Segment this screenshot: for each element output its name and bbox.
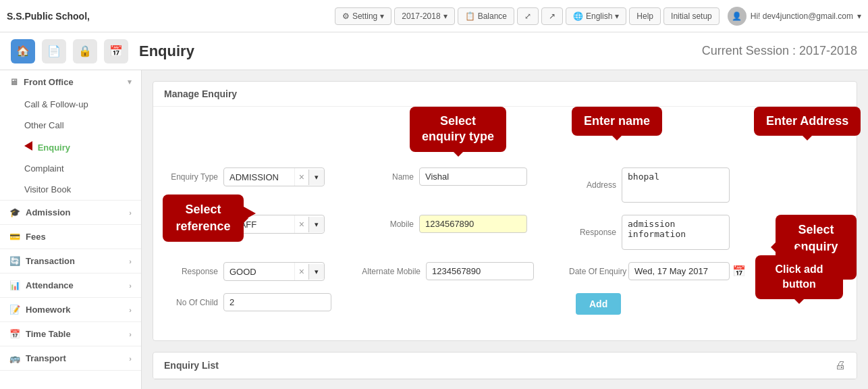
balance-button[interactable]: 📋 Balance xyxy=(458,7,514,25)
chevron-down-icon: ▾ xyxy=(615,11,619,21)
globe-icon: 🌐 xyxy=(573,11,583,21)
alt-mobile-group: Alternate Mobile xyxy=(360,262,534,280)
timetable-section: 📅Time Table › xyxy=(0,322,141,346)
front-office-section: 🖥Front Office ▾ Call & Follow-up Other C… xyxy=(0,70,141,201)
address-input[interactable]: bhopal xyxy=(622,167,730,203)
name-label: Name xyxy=(360,172,414,182)
response-dropdown-button[interactable]: ▾ xyxy=(308,264,324,280)
timetable-icon: 📅 xyxy=(9,329,20,339)
sidebar-item-visitor-book[interactable]: Visitor Book xyxy=(0,179,141,200)
chevron-down-icon: ▾ xyxy=(443,11,447,21)
admission-header[interactable]: 🎓Admission › xyxy=(0,201,141,224)
header-bar: 🏠 📄 🔒 📅 Enquiry Current Session : 2017-2… xyxy=(0,32,868,70)
initial-setup-button[interactable]: Initial setup xyxy=(663,7,720,25)
attendance-header[interactable]: 📊Attendance › xyxy=(0,274,141,297)
address-group: Address bhopal xyxy=(562,167,730,203)
name-input[interactable] xyxy=(419,167,527,186)
clear-enquiry-type-button[interactable]: × xyxy=(294,168,308,186)
layout: 🖥Front Office ▾ Call & Follow-up Other C… xyxy=(0,70,868,389)
year-selector[interactable]: 2017-2018 ▾ xyxy=(394,7,454,25)
fees-header[interactable]: 💳Fees xyxy=(0,225,141,249)
avatar: 👤 xyxy=(728,7,747,26)
front-office-header[interactable]: 🖥Front Office ▾ xyxy=(0,70,141,94)
chevron-icon: › xyxy=(129,282,132,290)
attendance-section: 📊Attendance › xyxy=(0,274,141,298)
fees-section: 💳Fees xyxy=(0,225,141,249)
no-of-child-input[interactable] xyxy=(223,293,331,311)
resize-button[interactable]: ↗ xyxy=(541,7,563,25)
timetable-header[interactable]: 📅Time Table › xyxy=(0,322,141,346)
page-title: Enquiry xyxy=(139,43,702,60)
enquiry-list-header: Enquiry List 🖨 xyxy=(153,353,857,379)
transport-header[interactable]: 🚌Transport › xyxy=(0,346,141,370)
date-input[interactable] xyxy=(628,262,730,280)
response-select-value: GOOD xyxy=(224,263,294,280)
sidebar-item-complaint[interactable]: Complaint xyxy=(0,158,141,179)
enquiry-list-title: Enquiry List xyxy=(164,360,219,371)
add-button[interactable]: Add xyxy=(576,293,621,315)
chevron-down-icon: ▾ xyxy=(857,11,861,21)
chevron-icon: › xyxy=(129,257,132,265)
admission-section: 🎓Admission › xyxy=(0,201,141,225)
fullscreen-button[interactable]: ⤢ xyxy=(517,7,539,25)
transaction-header[interactable]: 🔄Transaction › xyxy=(0,249,141,273)
form-row-1: Enquiry Type ADMISSION × ▾ Name xyxy=(164,167,846,203)
alt-mobile-input[interactable] xyxy=(426,262,534,280)
response-text-input[interactable]: admission information xyxy=(622,215,730,250)
top-nav-items: ⚙ Setting ▾ 2017-2018 ▾ 📋 Balance ⤢ ↗ 🌐 … xyxy=(335,7,861,26)
sidebar-item-other-call[interactable]: Other Call xyxy=(0,115,141,136)
lock-icon-button[interactable]: 🔒 xyxy=(73,39,97,63)
home-icon-button[interactable]: 🏠 xyxy=(11,39,35,63)
no-of-child-label: No Of Child xyxy=(164,298,218,307)
form-card-header: Manage Enquiry xyxy=(153,82,857,107)
response-select[interactable]: GOOD × ▾ xyxy=(223,262,325,281)
brand-name: S.S.Public School, xyxy=(7,11,90,22)
graduation-icon: 🎓 xyxy=(9,207,20,217)
document-icon-button[interactable]: 📄 xyxy=(42,39,66,63)
transport-icon: 🚌 xyxy=(9,353,20,363)
chevron-icon: › xyxy=(129,355,132,363)
balance-icon: 📋 xyxy=(465,11,475,21)
name-group: Name xyxy=(360,167,527,186)
fees-icon: 💳 xyxy=(9,232,20,242)
language-button[interactable]: 🌐 English ▾ xyxy=(566,7,626,25)
enquiry-type-select[interactable]: ADMISSION × ▾ xyxy=(223,167,325,186)
enquiry-type-group: Enquiry Type ADMISSION × ▾ xyxy=(164,167,325,186)
response-select-label: Response xyxy=(164,267,218,276)
red-arrow-left-indicator xyxy=(24,141,32,151)
response-label: Response xyxy=(562,228,616,237)
homework-header[interactable]: 📝Homework › xyxy=(0,298,141,321)
mobile-label: Mobile xyxy=(360,219,414,229)
enquiry-list-card: Enquiry List 🖨 xyxy=(153,352,857,380)
form-row-4: No Of Child Add xyxy=(164,293,846,315)
calendar-picker-icon[interactable]: 📅 xyxy=(732,265,746,278)
chevron-down-icon: ▾ xyxy=(380,11,384,21)
sidebar-item-call-followup[interactable]: Call & Follow-up xyxy=(0,94,141,115)
mobile-input[interactable] xyxy=(419,215,527,233)
clear-response-button[interactable]: × xyxy=(294,263,308,280)
enquiry-type-dropdown-button[interactable]: ▾ xyxy=(308,170,324,185)
enter-address-tooltip: Enter Address xyxy=(754,107,861,136)
setting-button[interactable]: ⚙ Setting ▾ xyxy=(335,7,391,25)
sidebar-item-enquiry[interactable]: Enquiry xyxy=(0,136,141,158)
enquiry-type-value: ADMISSION xyxy=(224,169,294,186)
monitor-icon: 🖥 xyxy=(9,77,18,87)
calendar-icon-button[interactable]: 📅 xyxy=(104,39,128,63)
top-navigation: S.S.Public School, ⚙ Setting ▾ 2017-2018… xyxy=(0,0,868,32)
fullscreen-icon: ⤢ xyxy=(524,11,531,21)
transport-section: 🚌Transport › xyxy=(0,346,141,371)
clear-reference-button[interactable]: × xyxy=(294,215,308,233)
sidebar: 🖥Front Office ▾ Call & Follow-up Other C… xyxy=(0,70,142,389)
date-label: Date Of Enquiry xyxy=(569,267,623,276)
user-menu[interactable]: 👤 Hi! dev4junction@gmail.com ▾ xyxy=(728,7,861,26)
help-button[interactable]: Help xyxy=(629,7,661,25)
homework-icon: 📝 xyxy=(9,305,20,315)
print-icon[interactable]: 🖨 xyxy=(835,359,846,371)
form-body: Selectenquiry type Enter name Enter Addr… xyxy=(153,107,857,340)
reference-dropdown-button[interactable]: ▾ xyxy=(308,217,324,232)
date-group: Date Of Enquiry 📅 xyxy=(569,262,746,280)
form-card: Manage Enquiry Selectenquiry type Enter … xyxy=(153,81,857,341)
header-icons: 🏠 📄 🔒 📅 xyxy=(11,39,128,63)
alt-mobile-label: Alternate Mobile xyxy=(360,267,421,276)
enquiry-type-label: Enquiry Type xyxy=(164,172,218,182)
